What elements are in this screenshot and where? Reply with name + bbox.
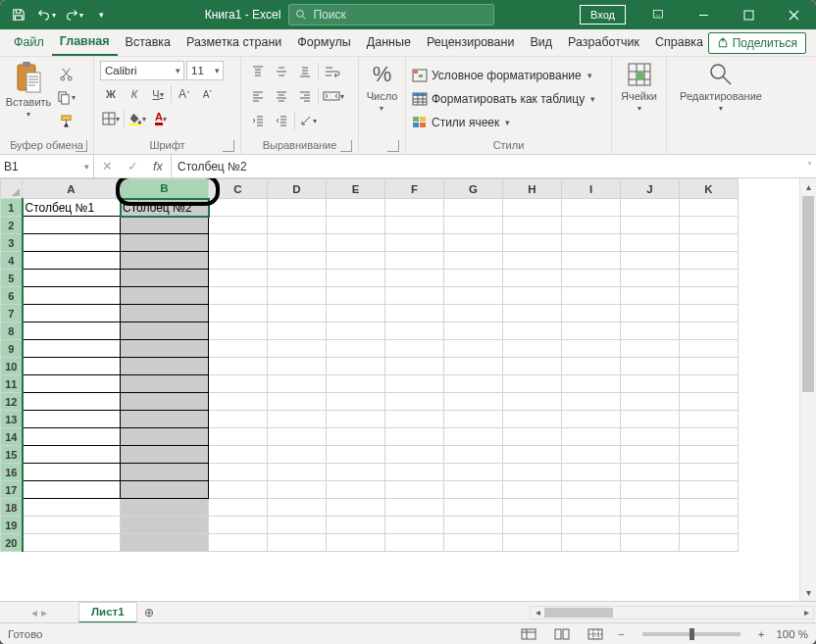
cell-D18[interactable] [268, 499, 327, 517]
cell-B13[interactable] [121, 411, 209, 428]
cell-I4[interactable] [562, 252, 621, 270]
cell-C5[interactable] [209, 270, 268, 287]
row-header-6[interactable]: 6 [1, 287, 23, 305]
cell-K2[interactable] [680, 217, 739, 234]
cell-D7[interactable] [268, 305, 327, 322]
cell-E2[interactable] [327, 217, 385, 234]
formula-input[interactable]: Столбец №2 ˅ [172, 155, 816, 177]
cell-H5[interactable] [503, 270, 562, 287]
cell-C8[interactable] [209, 322, 268, 340]
cell-D12[interactable] [268, 393, 327, 411]
cell-D13[interactable] [268, 411, 327, 428]
cell-E18[interactable] [327, 499, 385, 517]
cell-B2[interactable] [121, 217, 209, 234]
cell-K11[interactable] [680, 375, 739, 393]
column-header-G[interactable]: G [444, 179, 503, 199]
cell-D4[interactable] [268, 252, 327, 270]
fx-icon[interactable]: fx [145, 159, 171, 173]
cell-F16[interactable] [385, 464, 444, 481]
cancel-formula-icon[interactable]: ✕ [94, 159, 120, 173]
cell-F2[interactable] [385, 217, 444, 234]
row-header-1[interactable]: 1 [1, 199, 23, 217]
cell-K6[interactable] [680, 287, 739, 305]
underline-button[interactable]: Ч▾ [147, 83, 169, 105]
column-header-I[interactable]: I [562, 179, 621, 199]
cell-C2[interactable] [209, 217, 268, 234]
cell-G13[interactable] [444, 411, 503, 428]
tab-file[interactable]: Файл [6, 28, 52, 56]
save-icon[interactable] [6, 2, 31, 27]
cell-A13[interactable] [23, 411, 121, 428]
cell-K15[interactable] [680, 446, 739, 464]
cell-G17[interactable] [444, 481, 503, 499]
cell-B14[interactable] [121, 428, 209, 446]
row-header-15[interactable]: 15 [1, 446, 23, 464]
cell-D16[interactable] [268, 464, 327, 481]
cell-G7[interactable] [444, 305, 503, 322]
cell-B5[interactable] [121, 270, 209, 287]
decrease-indent-icon[interactable] [247, 110, 269, 131]
cell-E5[interactable] [327, 270, 385, 287]
cell-F7[interactable] [385, 305, 444, 322]
cell-H10[interactable] [503, 358, 562, 375]
cell-J7[interactable] [621, 305, 680, 322]
cell-D17[interactable] [268, 481, 327, 499]
cell-B9[interactable] [121, 340, 209, 358]
cell-A11[interactable] [23, 375, 121, 393]
cell-J6[interactable] [621, 287, 680, 305]
cell-A15[interactable] [23, 446, 121, 464]
view-page-break-icon[interactable] [585, 625, 606, 643]
view-page-layout-icon[interactable] [551, 625, 573, 643]
cell-C15[interactable] [209, 446, 268, 464]
tab-view[interactable]: Вид [522, 28, 560, 56]
align-top-icon[interactable] [247, 61, 269, 82]
share-button[interactable]: Поделиться [708, 32, 806, 54]
row-header-16[interactable]: 16 [1, 464, 23, 481]
cell-F13[interactable] [385, 411, 444, 428]
cell-styles-button[interactable]: Стили ячеек▾ [412, 113, 605, 132]
cell-C6[interactable] [209, 287, 268, 305]
paste-button[interactable]: Вставить ▾ [6, 61, 51, 136]
cell-J10[interactable] [621, 358, 680, 375]
copy-icon[interactable]: ▾ [55, 86, 76, 108]
align-left-icon[interactable] [247, 85, 269, 107]
orientation-icon[interactable]: ▾ [297, 110, 319, 131]
cell-H20[interactable] [503, 534, 562, 552]
cell-K17[interactable] [680, 481, 739, 499]
font-launcher[interactable] [223, 140, 234, 152]
format-as-table-button[interactable]: Форматировать как таблицу▾ [412, 89, 605, 109]
cell-K1[interactable] [680, 199, 739, 217]
cell-I15[interactable] [562, 446, 621, 464]
cell-B18[interactable] [121, 499, 209, 517]
tab-review[interactable]: Рецензировани [419, 28, 523, 56]
cell-G3[interactable] [444, 234, 503, 252]
cell-I18[interactable] [562, 499, 621, 517]
cell-G11[interactable] [444, 375, 503, 393]
cell-K8[interactable] [680, 322, 739, 340]
column-header-F[interactable]: F [385, 179, 444, 199]
cell-K7[interactable] [680, 305, 739, 322]
cell-K14[interactable] [680, 428, 739, 446]
cell-C14[interactable] [209, 428, 268, 446]
search-box[interactable]: Поиск [288, 4, 494, 25]
cell-F1[interactable] [385, 199, 444, 217]
cell-K4[interactable] [680, 252, 739, 270]
tab-home[interactable]: Главная [52, 28, 118, 56]
cell-C18[interactable] [209, 499, 268, 517]
grow-font-icon[interactable]: A˄ [174, 83, 195, 105]
cell-H8[interactable] [503, 322, 562, 340]
cell-I12[interactable] [562, 393, 621, 411]
cell-C7[interactable] [209, 305, 268, 322]
cell-D2[interactable] [268, 217, 327, 234]
cell-J12[interactable] [621, 393, 680, 411]
cell-F4[interactable] [385, 252, 444, 270]
cell-J8[interactable] [621, 322, 680, 340]
minimize-icon[interactable] [681, 0, 726, 29]
worksheet-grid[interactable]: ABCDEFGHIJK1Столбец №1Столбец №223456789… [0, 178, 816, 601]
cell-F8[interactable] [385, 322, 444, 340]
cell-A9[interactable] [23, 340, 121, 358]
cell-E13[interactable] [327, 411, 385, 428]
cell-K12[interactable] [680, 393, 739, 411]
cell-E14[interactable] [327, 428, 385, 446]
merge-cells-icon[interactable]: ▾ [321, 85, 346, 107]
